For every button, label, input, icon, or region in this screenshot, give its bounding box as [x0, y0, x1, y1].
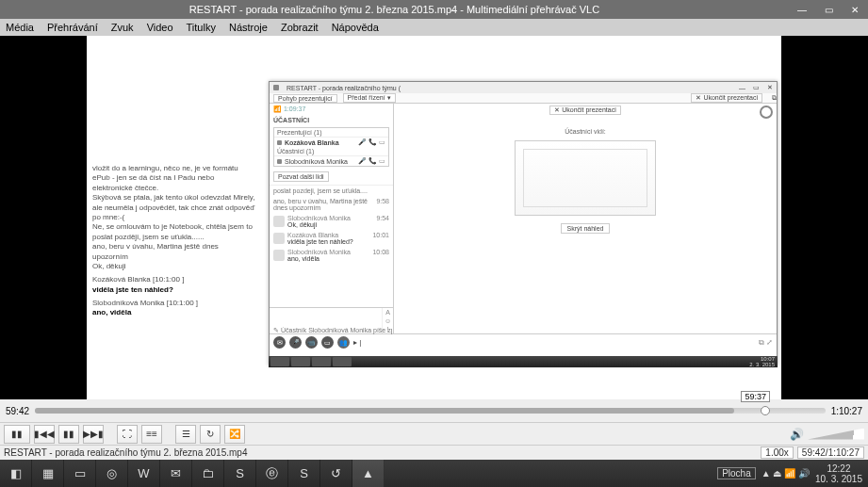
phone-icon[interactable]: 📞 [368, 157, 377, 165]
loop-button[interactable]: ↻ [200, 425, 221, 444]
tb-app-word[interactable]: W [128, 460, 160, 487]
avatar [273, 250, 285, 261]
im-button[interactable]: ✉ [273, 336, 286, 349]
chat-line: vložit do a learningu, něco ne, je ve fo… [92, 164, 255, 193]
tb-app-lync[interactable]: S [288, 460, 320, 487]
participants-button[interactable]: 👥 [337, 336, 350, 349]
chat-text: ano, beru v úvahu, Martina ještě dnes up… [273, 198, 373, 211]
attendee-row[interactable]: Slobodníková Monika 🎤📞▭ [274, 156, 388, 166]
lync-maximize-button[interactable]: ▭ [753, 84, 760, 91]
more-icon[interactable]: ▸ | [353, 338, 361, 347]
time-current: 59:42 [6, 406, 29, 416]
chat-text: viděla jste ten náhled? [92, 285, 255, 295]
tb-app-outlook[interactable]: ✉ [160, 460, 192, 487]
menu-subtitles[interactable]: Titulky [185, 22, 218, 33]
inner-tb-item[interactable] [312, 357, 331, 366]
prev-track-button[interactable]: ▮◀◀ [34, 425, 55, 444]
lync-content: ✕ Ukončit prezentaci Účastníci vidí: Skr… [394, 104, 777, 333]
share-preview[interactable] [515, 140, 656, 216]
vlc-timeline: 59:42 59:37 1:10:27 [0, 399, 868, 422]
extended-settings-button[interactable]: ≡≡ [141, 425, 162, 444]
record-icon[interactable] [760, 106, 773, 119]
video-canvas[interactable]: vložit do a learningu, něco ne, je ve fo… [0, 36, 868, 399]
tb-app-back[interactable]: ↺ [320, 460, 352, 487]
tb-app-explorer[interactable]: ▭ [64, 460, 96, 487]
chat-text: viděla jste ten náhled? [287, 238, 369, 245]
seek-slider[interactable]: 59:37 [35, 408, 826, 414]
emoji-icon[interactable]: ☺ [385, 317, 391, 324]
chat-time: [10:1:00 ] [167, 299, 198, 307]
chat-text: poslat pozdeji, jsem se uťukla.... [273, 187, 389, 194]
menu-video[interactable]: Video [145, 22, 175, 33]
volume-icon[interactable]: 🔊 [790, 428, 804, 441]
next-track-button[interactable]: ▶▶▮ [83, 425, 104, 444]
menu-media[interactable]: Média [4, 22, 36, 33]
mic-icon[interactable]: 🎤 [358, 157, 367, 165]
inner-tb-item[interactable] [333, 357, 352, 366]
tb-app-files[interactable]: 🗀 [192, 460, 224, 487]
tb-app-ie[interactable]: ⓔ [256, 460, 288, 487]
pause-button[interactable]: ▮▮ [4, 425, 30, 444]
inner-tb-item[interactable] [291, 357, 310, 366]
stop-button[interactable]: ▮▮ [58, 425, 79, 444]
fullscreen-icon[interactable]: ⤢ [766, 338, 773, 347]
inner-taskbar: 10:07 2. 3. 2015 [269, 356, 778, 367]
fullscreen-button[interactable]: ⛶ [117, 425, 138, 444]
screen-icon[interactable]: ▭ [379, 157, 385, 165]
chat-area: poslat pozdeji, jsem se uťukla.... ano, … [270, 185, 393, 307]
tray-desktop-label[interactable]: Plocha [717, 467, 756, 479]
give-control-button[interactable]: Předat řízení ▾ [343, 93, 396, 103]
status-speed[interactable]: 1.00x [761, 446, 793, 459]
share-heading: Účastníci vidí: [394, 128, 777, 135]
clock[interactable]: 12:22 10. 3. 2015 [815, 463, 862, 484]
lync-minimize-button[interactable]: — [739, 85, 745, 91]
playlist-button[interactable]: ☰ [175, 425, 196, 444]
window-title: RESTART - porada realizačního týmu 2. bř… [0, 4, 789, 15]
chat-line: Ok, děkuji [92, 262, 255, 271]
tb-app-chrome[interactable]: ◎ [96, 460, 128, 487]
chat-author: Slobodníková Monika [287, 249, 369, 255]
lync-close-button[interactable]: ✕ [767, 84, 773, 91]
phone-icon[interactable]: 📞 [368, 138, 377, 146]
chat-time: 10:01 [372, 232, 389, 238]
tray-icons[interactable]: ▲ ⏏ 📶 🔊 [762, 468, 810, 479]
minimize-button[interactable]: — [789, 0, 815, 19]
menu-view[interactable]: Zobrazit [279, 22, 320, 33]
volume-slider[interactable]: 123% [808, 429, 864, 440]
stop-presentation-button[interactable]: ✕ Ukončit prezentaci [549, 106, 621, 115]
inner-tb-item[interactable] [270, 357, 289, 366]
menu-help[interactable]: Nápověda [330, 22, 381, 33]
menu-playback[interactable]: Přehrávání [45, 22, 100, 33]
chat-text: ano, viděla [92, 308, 255, 317]
presenter-row[interactable]: Kozáková Blanka 🎤📞▭ [274, 138, 388, 147]
inner-clock-date[interactable]: 2. 3. 2015 [749, 362, 775, 367]
taskview-button[interactable]: ▦ [32, 460, 64, 487]
invite-more-button[interactable]: Pozvat další lidi [273, 171, 329, 182]
mic-icon[interactable]: 🎤 [358, 138, 367, 146]
clock-date: 10. 3. 2015 [815, 474, 862, 484]
layout-icon[interactable]: ⧉ [759, 338, 764, 347]
font-icon[interactable]: A [385, 309, 390, 316]
chat-author: Kozáková Blanka [287, 232, 369, 238]
status-position: 59:42/1:10:27 [797, 446, 864, 459]
end-presentation-button[interactable]: ✕ Ukončit prezentaci [691, 93, 762, 103]
close-button[interactable]: ✕ [842, 0, 868, 19]
start-button[interactable]: ◧ [0, 460, 32, 487]
video-button[interactable]: 📹 [305, 336, 318, 349]
tb-app-skype[interactable]: S [224, 460, 256, 487]
tb-app-vlc[interactable]: ▲ [352, 460, 385, 487]
chat-text: Ok, děkuji [287, 221, 373, 228]
chat-time: 9:58 [376, 198, 389, 204]
popout-icon[interactable]: ⧉ [772, 94, 777, 102]
seek-thumb[interactable] [761, 406, 770, 415]
shuffle-button[interactable]: 🔀 [224, 425, 245, 444]
menu-audio[interactable]: Zvuk [109, 22, 136, 33]
maximize-button[interactable]: ▭ [815, 0, 842, 19]
share-button[interactable]: ▭ [321, 336, 334, 349]
presenter-move-button[interactable]: Pohyb prezentujicí [273, 94, 337, 103]
mute-button[interactable]: 🎤 [289, 336, 302, 349]
lync-callbar: ✉ 🎤 📹 ▭ 👥 ▸ | ⧉ ⤢ [270, 333, 777, 350]
screen-icon[interactable]: ▭ [379, 138, 385, 146]
hide-preview-button[interactable]: Skrýt náhled [561, 223, 611, 234]
menu-tools[interactable]: Nástroje [227, 22, 270, 33]
